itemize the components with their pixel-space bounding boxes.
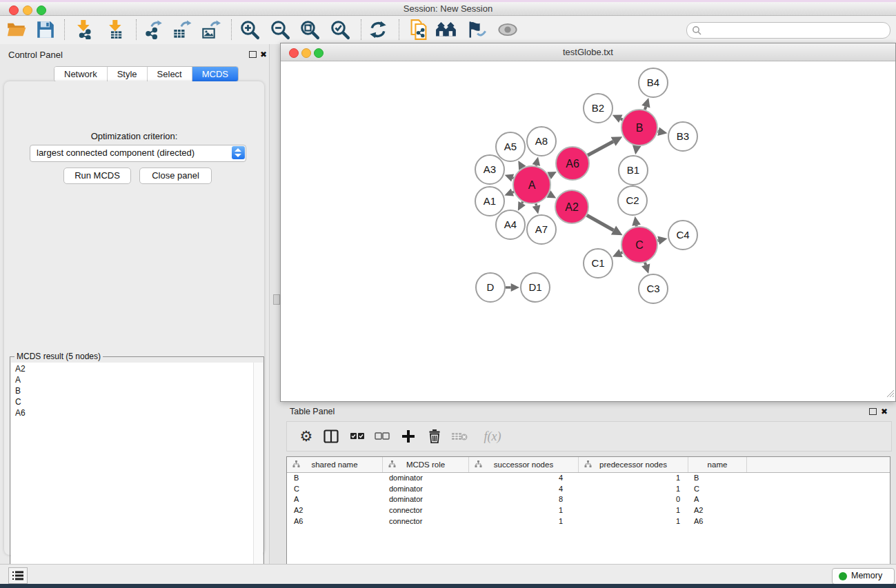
table-row[interactable]: Cdominator41C [287, 484, 890, 495]
network-minimize-button[interactable] [301, 48, 311, 58]
graph-edge-C-C1[interactable] [613, 249, 623, 257]
create-column-icon[interactable] [397, 425, 419, 447]
search-field[interactable] [686, 22, 890, 39]
graph-edge-B-B3[interactable] [657, 127, 667, 136]
graph-node-C4[interactable]: C4 [668, 221, 697, 250]
mcds-result-item[interactable]: B [11, 385, 254, 396]
first-neighbors-icon[interactable] [434, 18, 459, 41]
graph-node-C[interactable]: C [621, 227, 657, 263]
column-header-shared-name[interactable]: shared name [287, 457, 383, 472]
graph-edge-B-B2[interactable] [613, 115, 623, 123]
tab-network[interactable]: Network [54, 67, 108, 81]
close-window-button[interactable] [9, 6, 19, 15]
open-file-icon[interactable] [4, 18, 29, 41]
show-columns-icon[interactable] [320, 425, 342, 447]
graph-edge-C-C4[interactable] [657, 236, 667, 245]
mcds-result-item[interactable]: A [11, 374, 254, 385]
zoom-fit-icon[interactable] [297, 18, 322, 41]
graph-node-C1[interactable]: C1 [584, 249, 613, 278]
graph-node-B4[interactable]: B4 [639, 68, 668, 97]
graph-node-D[interactable]: D [476, 273, 505, 302]
column-header-MCDS-role[interactable]: MCDS role [383, 457, 469, 472]
network-close-button[interactable] [289, 48, 299, 58]
graph-node-A5[interactable]: A5 [496, 132, 525, 161]
table-row[interactable]: A6connector11A6 [287, 516, 890, 527]
deselect-all-icon[interactable] [371, 425, 393, 447]
graph-edge-D-D1[interactable] [506, 283, 519, 292]
graph-edge-A-A1[interactable] [504, 189, 514, 196]
optimization-criterion-select[interactable]: largest connected component (directed) [30, 145, 246, 162]
vertical-splitter-grip[interactable] [273, 294, 280, 305]
graph-edge-B-B1[interactable] [633, 145, 641, 154]
column-header-name[interactable]: name [688, 457, 747, 472]
tab-select[interactable]: Select [148, 67, 192, 81]
column-header-predecessor-nodes[interactable]: predecessor nodes [579, 457, 688, 472]
resize-grip-icon[interactable] [885, 388, 895, 401]
export-table-icon[interactable] [170, 18, 195, 41]
table-row[interactable]: A2connector11A2 [287, 505, 890, 516]
column-header-successor-nodes[interactable]: successor nodes [469, 457, 579, 472]
maximize-window-button[interactable] [37, 6, 46, 15]
network-maximize-button[interactable] [314, 48, 323, 58]
export-network-icon[interactable] [141, 18, 166, 41]
mcds-result-item[interactable]: A6 [11, 407, 254, 418]
minimize-window-button[interactable] [23, 6, 32, 15]
graph-node-B3[interactable]: B3 [668, 122, 697, 151]
graph-node-B1[interactable]: B1 [619, 156, 648, 185]
export-image-icon[interactable] [199, 18, 223, 41]
refresh-icon[interactable] [366, 18, 390, 41]
zoom-in-icon[interactable] [237, 18, 262, 41]
table-settings-icon[interactable]: ⚙ [295, 425, 317, 447]
save-session-icon[interactable] [33, 18, 58, 41]
delete-column-icon[interactable] [424, 425, 446, 447]
import-network-icon[interactable] [72, 18, 97, 41]
show-hide-view-icon[interactable] [495, 18, 520, 41]
network-window-titlebar[interactable]: testGlobe.txt [281, 43, 895, 61]
graph-node-A[interactable]: A [513, 166, 550, 203]
graph-node-D1[interactable]: D1 [521, 273, 550, 302]
graph-node-A8[interactable]: A8 [527, 127, 556, 156]
tab-mcds[interactable]: MCDS [192, 67, 238, 81]
graph-edge-A-A7[interactable] [532, 203, 541, 214]
close-panel-button[interactable]: Close panel [139, 168, 212, 184]
search-input[interactable] [705, 23, 886, 37]
graph-edge-C-C2[interactable] [632, 216, 641, 227]
graph-node-C3[interactable]: C3 [639, 274, 668, 303]
graph-node-A7[interactable]: A7 [527, 215, 556, 244]
graph-edge-A-A3[interactable] [505, 174, 515, 181]
graph-node-A1[interactable]: A1 [475, 187, 504, 216]
graph-node-A2[interactable]: A2 [555, 190, 588, 223]
graph-edge-A6-B[interactable] [588, 136, 622, 155]
graph-node-B2[interactable]: B2 [584, 94, 613, 123]
graph-edge-A2-C[interactable] [587, 215, 623, 235]
clone-network-icon[interactable] [406, 18, 431, 41]
close-panel-icon[interactable]: ✖ [260, 50, 267, 59]
graph-node-C2[interactable]: C2 [618, 186, 647, 215]
table-row[interactable]: Bdominator41B [287, 473, 890, 484]
graph-edge-A-A8[interactable] [532, 156, 541, 165]
float-panel-icon[interactable] [249, 51, 257, 58]
graph-node-A6[interactable]: A6 [556, 147, 589, 180]
mcds-result-scrollbar[interactable] [253, 363, 263, 588]
mcds-result-item[interactable]: A2 [11, 363, 254, 374]
graph-node-A4[interactable]: A4 [496, 210, 525, 239]
graph-edge-C-C3[interactable] [641, 263, 650, 274]
graph-node-B[interactable]: B [621, 110, 657, 145]
network-graph[interactable]: B4B2BB3A5A8A6A3AB1A1C2A2A4A7CC4C1C3DD1 [281, 61, 894, 400]
zoom-selected-icon[interactable] [328, 18, 352, 41]
zoom-out-icon[interactable] [268, 18, 292, 41]
table-float-icon[interactable] [869, 408, 877, 415]
show-hide-style-icon[interactable] [464, 18, 489, 41]
memory-button[interactable]: Memory [832, 568, 895, 585]
graph-node-A3[interactable]: A3 [475, 155, 504, 184]
graph-edge-A-A4[interactable] [518, 201, 526, 211]
import-table-icon[interactable] [103, 18, 128, 41]
run-mcds-button[interactable]: Run MCDS [63, 168, 131, 184]
table-row[interactable]: Adominator80A [287, 494, 890, 505]
mcds-result-item[interactable]: C [11, 396, 254, 407]
table-close-icon[interactable]: ✖ [881, 407, 888, 416]
select-all-icon[interactable] [346, 425, 368, 447]
tab-style[interactable]: Style [108, 67, 148, 81]
graph-edge-B-B4[interactable] [641, 98, 650, 110]
task-history-button[interactable] [8, 567, 28, 584]
